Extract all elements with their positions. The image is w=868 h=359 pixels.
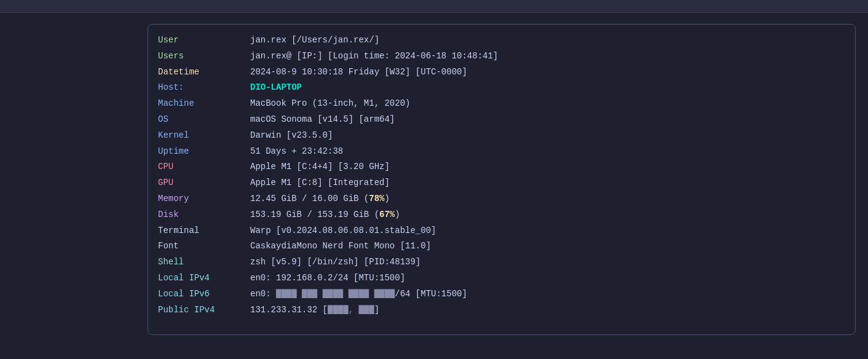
values-column: jan.rex [/Users/jan.rex/]jan.rex@ [IP:] … bbox=[240, 25, 855, 334]
label-disk: Disk bbox=[158, 208, 231, 223]
main-content: UserUsersDatetimeHost:MachineOSKernelUpt… bbox=[0, 13, 868, 346]
value-shell_val: zsh [v5.9] [/bin/zsh] [PID:48139] bbox=[250, 255, 845, 270]
title-bar bbox=[0, 0, 868, 13]
label-gpu: GPU bbox=[158, 176, 231, 191]
value-font_val: CaskaydiaMono Nerd Font Mono [11.0] bbox=[250, 239, 845, 254]
value-local_ipv6_val: en0: ████ ███ ████ ████ ████/64 [MTU:150… bbox=[250, 287, 845, 302]
value-memory_val: 12.45 GiB / 16.00 GiB (78%) bbox=[250, 192, 845, 207]
value-cpu_val: Apple M1 [C:4+4] [3.20 GHz] bbox=[250, 160, 845, 175]
logo-area bbox=[12, 24, 135, 335]
label-font: Font bbox=[158, 239, 231, 254]
label-os: OS bbox=[158, 112, 231, 127]
label-host: Host: bbox=[158, 81, 231, 95]
value-host_val: DIO-LAPTOP bbox=[250, 81, 845, 95]
label-cpu: CPU bbox=[158, 160, 231, 175]
value-users_val: jan.rex@ [IP:] [Login time: 2024-06-18 1… bbox=[250, 49, 845, 64]
value-disk_val: 153.19 GiB / 153.19 GiB (67%) bbox=[250, 208, 845, 223]
value-kernel_val: Darwin [v23.5.0] bbox=[250, 128, 845, 143]
label-uptime: Uptime bbox=[158, 144, 231, 159]
value-user_val: jan.rex [/Users/jan.rex/] bbox=[250, 33, 845, 48]
value-gpu_val: Apple M1 [C:8] [Integrated] bbox=[250, 176, 845, 191]
label-machine: Machine bbox=[158, 97, 231, 111]
value-public_ipv4_val: 131.233.31.32 [████, ███] bbox=[250, 303, 845, 318]
label-user: User bbox=[158, 33, 231, 48]
value-datetime_val: 2024-08-9 10:30:18 Friday [W32] [UTC-000… bbox=[250, 65, 845, 80]
label-users: Users bbox=[158, 49, 231, 64]
value-terminal_val: Warp [v0.2024.08.06.08.01.stable_00] bbox=[250, 224, 845, 239]
label-terminal: Terminal bbox=[158, 224, 231, 239]
label-public_ipv4: Public IPv4 bbox=[158, 303, 231, 318]
value-local_ipv4_val: en0: 192.168.0.2/24 [MTU:1500] bbox=[250, 271, 845, 286]
value-machine_val: MacBook Pro (13-inch, M1, 2020) bbox=[250, 97, 845, 111]
value-os_val: macOS Sonoma [v14.5] [arm64] bbox=[250, 112, 845, 127]
label-local_ipv4: Local IPv4 bbox=[158, 271, 231, 286]
label-shell: Shell bbox=[158, 255, 231, 270]
info-box: UserUsersDatetimeHost:MachineOSKernelUpt… bbox=[148, 24, 856, 335]
label-memory: Memory bbox=[158, 192, 231, 207]
label-kernel: Kernel bbox=[158, 128, 231, 143]
label-datetime: Datetime bbox=[158, 65, 231, 80]
value-uptime_val: 51 Days + 23:42:38 bbox=[250, 144, 845, 159]
label-local_ipv6: Local IPv6 bbox=[158, 287, 231, 302]
labels-column: UserUsersDatetimeHost:MachineOSKernelUpt… bbox=[148, 25, 240, 334]
